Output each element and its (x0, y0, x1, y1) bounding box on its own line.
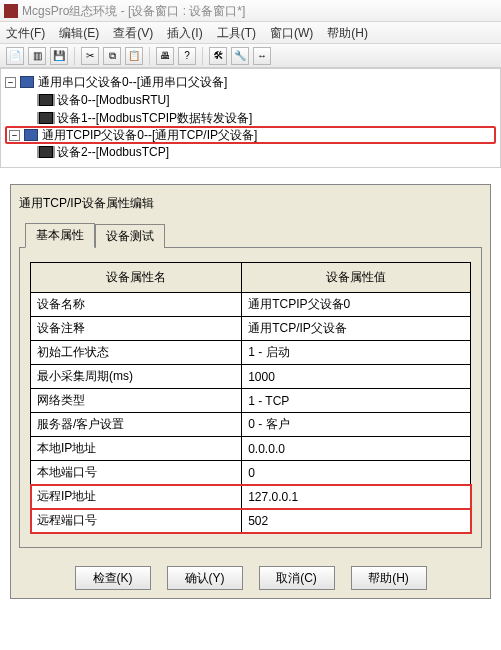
tree-node-label: 设备0--[ModbusRTU] (57, 91, 169, 109)
property-row[interactable]: 设备注释通用TCP/IP父设备 (31, 317, 471, 341)
tree-node-device2[interactable]: 设备2--[ModbusTCP] (5, 143, 496, 161)
tool-help-icon[interactable]: ? (178, 47, 196, 65)
property-table: 设备属性名 设备属性值 设备名称通用TCPIP父设备0设备注释通用TCP/IP父… (30, 262, 471, 533)
tree-node-serial-parent[interactable]: − 通用串口父设备0--[通用串口父设备] (5, 73, 496, 91)
property-row[interactable]: 设备名称通用TCPIP父设备0 (31, 293, 471, 317)
device-parent-icon (24, 129, 38, 141)
property-row[interactable]: 本地端口号0 (31, 461, 471, 485)
tab-panel-basic: 设备属性名 设备属性值 设备名称通用TCPIP父设备0设备注释通用TCP/IP父… (19, 247, 482, 548)
property-row[interactable]: 本地IP地址0.0.0.0 (31, 437, 471, 461)
property-name-cell: 远程IP地址 (31, 485, 242, 509)
property-dialog: 通用TCP/IP设备属性编辑 基本属性 设备测试 设备属性名 设备属性值 设备名… (10, 184, 491, 599)
property-value-cell[interactable]: 1 - 启动 (242, 341, 471, 365)
menu-edit[interactable]: 编辑(E) (59, 22, 99, 43)
tab-basic[interactable]: 基本属性 (25, 223, 95, 248)
property-name-cell: 本地IP地址 (31, 437, 242, 461)
tab-test[interactable]: 设备测试 (95, 224, 165, 248)
toolbar-separator (74, 47, 75, 65)
tool-save-icon[interactable]: 💾 (50, 47, 68, 65)
property-name-cell: 初始工作状态 (31, 341, 242, 365)
menu-file[interactable]: 文件(F) (6, 22, 45, 43)
property-row[interactable]: 远程端口号502 (31, 509, 471, 533)
tree-node-label: 通用串口父设备0--[通用串口父设备] (38, 73, 227, 91)
title-bar: McgsPro组态环境 - [设备窗口 : 设备窗口*] (0, 0, 501, 22)
property-name-cell: 网络类型 (31, 389, 242, 413)
col-header-value: 设备属性值 (242, 263, 471, 293)
window-title: McgsPro组态环境 - [设备窗口 : 设备窗口*] (22, 0, 245, 22)
ok-button[interactable]: 确认(Y) (167, 566, 243, 590)
menu-insert[interactable]: 插入(I) (167, 22, 202, 43)
tree-node-label: 设备1--[ModbusTCPIP数据转发设备] (57, 109, 252, 127)
property-value-cell[interactable]: 502 (242, 509, 471, 533)
tool-cut-icon[interactable]: ✂ (81, 47, 99, 65)
property-row[interactable]: 服务器/客户设置0 - 客户 (31, 413, 471, 437)
property-name-cell: 远程端口号 (31, 509, 242, 533)
property-name-cell: 服务器/客户设置 (31, 413, 242, 437)
tool-print-icon[interactable]: 🖶 (156, 47, 174, 65)
tool-wrench-icon[interactable]: 🔧 (231, 47, 249, 65)
property-row[interactable]: 网络类型1 - TCP (31, 389, 471, 413)
tool-link-icon[interactable]: ↔ (253, 47, 271, 65)
property-name-cell: 本地端口号 (31, 461, 242, 485)
collapse-icon[interactable]: − (9, 130, 20, 141)
property-row[interactable]: 初始工作状态1 - 启动 (31, 341, 471, 365)
property-value-cell[interactable]: 0.0.0.0 (242, 437, 471, 461)
property-name-cell: 设备注释 (31, 317, 242, 341)
tab-bar: 基本属性 设备测试 (25, 222, 482, 247)
toolbar-separator (149, 47, 150, 65)
tree-node-label: 设备2--[ModbusTCP] (57, 143, 169, 161)
property-value-cell[interactable]: 0 (242, 461, 471, 485)
property-value-cell[interactable]: 1000 (242, 365, 471, 389)
tree-node-tcp-parent[interactable]: − 通用TCPIP父设备0--[通用TCP/IP父设备] (5, 126, 496, 144)
property-value-cell[interactable]: 127.0.0.1 (242, 485, 471, 509)
toolbar-separator (202, 47, 203, 65)
dialog-title: 通用TCP/IP设备属性编辑 (19, 195, 482, 222)
menu-tools[interactable]: 工具(T) (217, 22, 256, 43)
property-value-cell[interactable]: 1 - TCP (242, 389, 471, 413)
help-button[interactable]: 帮助(H) (351, 566, 427, 590)
check-button[interactable]: 检查(K) (75, 566, 151, 590)
tool-copy-icon[interactable]: ⧉ (103, 47, 121, 65)
property-row[interactable]: 最小采集周期(ms)1000 (31, 365, 471, 389)
device-chip-icon (39, 94, 53, 106)
device-chip-icon (39, 146, 53, 158)
device-parent-icon (20, 76, 34, 88)
tree-node-device0[interactable]: 设备0--[ModbusRTU] (5, 91, 496, 109)
property-name-cell: 最小采集周期(ms) (31, 365, 242, 389)
menu-view[interactable]: 查看(V) (113, 22, 153, 43)
property-name-cell: 设备名称 (31, 293, 242, 317)
col-header-name: 设备属性名 (31, 263, 242, 293)
tool-paste-icon[interactable]: 📋 (125, 47, 143, 65)
dialog-button-row: 检查(K) 确认(Y) 取消(C) 帮助(H) (19, 566, 482, 590)
device-chip-icon (39, 112, 53, 124)
tool-new-icon[interactable]: 📄 (6, 47, 24, 65)
property-row[interactable]: 远程IP地址127.0.0.1 (31, 485, 471, 509)
tree-node-device1[interactable]: 设备1--[ModbusTCPIP数据转发设备] (5, 109, 496, 127)
device-tree: − 通用串口父设备0--[通用串口父设备] 设备0--[ModbusRTU] 设… (5, 73, 496, 161)
menu-window[interactable]: 窗口(W) (270, 22, 313, 43)
tree-node-label: 通用TCPIP父设备0--[通用TCP/IP父设备] (42, 126, 257, 144)
tool-tools-icon[interactable]: 🛠 (209, 47, 227, 65)
toolbar: 📄 ▥ 💾 ✂ ⧉ 📋 🖶 ? 🛠 🔧 ↔ (0, 44, 501, 68)
menu-bar: 文件(F) 编辑(E) 查看(V) 插入(I) 工具(T) 窗口(W) 帮助(H… (0, 22, 501, 44)
collapse-icon[interactable]: − (5, 77, 16, 88)
cancel-button[interactable]: 取消(C) (259, 566, 335, 590)
app-icon (4, 4, 18, 18)
tool-edit-icon[interactable]: ▥ (28, 47, 46, 65)
device-tree-pane: − 通用串口父设备0--[通用串口父设备] 设备0--[ModbusRTU] 设… (0, 68, 501, 168)
property-value-cell[interactable]: 0 - 客户 (242, 413, 471, 437)
menu-help[interactable]: 帮助(H) (327, 22, 368, 43)
property-value-cell[interactable]: 通用TCPIP父设备0 (242, 293, 471, 317)
property-value-cell[interactable]: 通用TCP/IP父设备 (242, 317, 471, 341)
